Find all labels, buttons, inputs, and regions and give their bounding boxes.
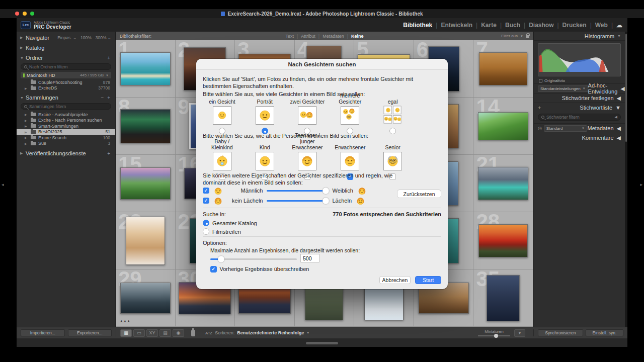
panel-metadaten[interactable]: ◎ Standard ▼ Metadaten ◀: [534, 123, 625, 133]
slider-knob[interactable]: [494, 334, 498, 338]
scrollbar-handle[interactable]: [625, 34, 627, 142]
minimize-window-button[interactable]: [23, 12, 27, 16]
photo-thumbnail[interactable]: [120, 283, 171, 314]
cancel-button[interactable]: Abbrechen: [379, 276, 411, 284]
painter-spray-icon[interactable]: [191, 330, 195, 336]
sync-settings-button[interactable]: Einstell. syn.: [586, 329, 623, 336]
zoom-window-button[interactable]: [30, 12, 34, 16]
module-web[interactable]: Web: [595, 22, 608, 29]
filter-tab-attribut[interactable]: Attribut: [301, 34, 315, 39]
scope-option[interactable]: Filmstreifen: [203, 227, 257, 236]
photo-thumbnail[interactable]: [478, 167, 528, 200]
add-folder-button[interactable]: +: [107, 55, 111, 61]
collection-row[interactable]: ▶BestOf202551: [17, 129, 115, 135]
panel-ordner[interactable]: ▼ Ordner +: [17, 53, 115, 63]
toolbar-options-dropdown[interactable]: ▼: [514, 329, 525, 337]
checkbox[interactable]: ✓: [203, 198, 209, 204]
slider-knob[interactable]: [323, 198, 329, 204]
zoom-level-2[interactable]: 300% ⌄: [96, 35, 111, 40]
metadata-switch-icon[interactable]: ◎: [538, 126, 542, 131]
right-panel-collapse-arrow[interactable]: ▸: [640, 182, 642, 187]
max-results-slider[interactable]: [210, 256, 297, 262]
sort-order-dropdown[interactable]: Benutzerdefinierte Reihenfolge: [237, 330, 304, 335]
panel-histogramm[interactable]: Histogramm ▼: [534, 32, 625, 41]
slider-knob[interactable]: [323, 188, 329, 194]
filter-tab-metadaten[interactable]: Metadaten: [323, 34, 344, 39]
panel-stichwoerter-festlegen[interactable]: Stichwörter festlegen ◀: [534, 93, 625, 103]
face-count-option[interactable]: egal: [371, 98, 414, 134]
face-count-option[interactable]: ein Gesicht: [201, 98, 244, 134]
sync-button[interactable]: Synchronisieren: [538, 329, 583, 336]
photo-thumbnail[interactable]: [479, 52, 527, 85]
compare-view-icon[interactable]: XY: [146, 329, 158, 337]
overwrite-checkbox-row[interactable]: ✓ Vorherige Ergebnisse überschreiben: [210, 266, 309, 273]
collection-actions[interactable]: − +: [101, 95, 111, 101]
photo-thumbnail[interactable]: [478, 112, 528, 140]
module-entwickeln[interactable]: Entwickeln: [441, 22, 472, 29]
trait-slider[interactable]: [267, 188, 329, 194]
checkbox[interactable]: ✓: [203, 188, 209, 194]
keyword-filter-input[interactable]: Stichwörter filtern ◀: [538, 114, 621, 121]
sort-direction-icon[interactable]: A↕Z: [205, 331, 212, 335]
folder-row[interactable]: CouplePhotoShooting879: [17, 79, 115, 85]
panel-adhoc-entwicklung[interactable]: Standardeinstellungen ▼ Ad-hoc-Entwicklu…: [534, 83, 625, 93]
radio-button[interactable]: [203, 228, 209, 235]
filter-tab-keine[interactable]: Keine: [351, 34, 364, 39]
module-bibliothek[interactable]: Bibliothek: [403, 22, 432, 29]
volume-row[interactable]: Macintosh HD 445 / 995 GB ▼: [21, 72, 111, 78]
export-button[interactable]: Exportieren...: [68, 329, 112, 336]
face-count-option[interactable]: Porträt: [244, 98, 286, 134]
radio-button[interactable]: [389, 128, 396, 134]
panel-navigator[interactable]: ▶ Navigator Einpas. ⌄100%300% ⌄: [17, 33, 115, 43]
collection-row[interactable]: ▶Excire - Auswahlprojekte: [17, 112, 115, 118]
reset-button[interactable]: Zurücksetzen: [397, 190, 441, 198]
module-drucken[interactable]: Drucken: [562, 22, 587, 29]
photo-thumbnail[interactable]: [126, 217, 165, 265]
photo-thumbnail[interactable]: [120, 167, 171, 200]
filter-preset-dropdown[interactable]: Filter aus ▼: [501, 34, 529, 38]
right-panel-scrollbar[interactable]: [625, 32, 627, 327]
photo-thumbnail[interactable]: [120, 109, 171, 143]
navigator-zoom-levels[interactable]: Einpas. ⌄100%300% ⌄: [57, 35, 111, 40]
photo-thumbnail[interactable]: [487, 275, 520, 321]
thumbnail-size-slider[interactable]: [478, 335, 510, 336]
scope-option[interactable]: Gesamter Katalog: [203, 219, 257, 227]
collection-row[interactable]: ▶Sue3: [17, 141, 115, 147]
loupe-view-icon[interactable]: ▭: [133, 329, 145, 337]
panel-katalog[interactable]: ▶ Katalog: [17, 43, 115, 53]
collection-row[interactable]: ▶Excire Search100: [17, 135, 115, 141]
cloud-sync-icon[interactable]: ☁: [616, 22, 622, 29]
face-count-option[interactable]: mehrere Gesichter: [329, 98, 371, 134]
folder-filter-input[interactable]: Nach Ordnern filtern: [21, 63, 111, 70]
histogram[interactable]: [538, 43, 621, 76]
module-karte[interactable]: Karte: [481, 22, 497, 29]
star-rating[interactable]: ★★★: [120, 319, 131, 323]
max-results-input[interactable]: [300, 254, 319, 262]
filmstrip-collapsed[interactable]: [17, 338, 627, 347]
survey-view-icon[interactable]: ▤: [159, 329, 171, 337]
trait-slider[interactable]: [267, 198, 329, 204]
folder-row[interactable]: ▶ExcireDS37700: [17, 85, 115, 92]
add-publish-service-button[interactable]: +: [107, 151, 111, 156]
panel-veroeffentlichungsdienste[interactable]: ▶ Veröffentlichungsdienste +: [17, 148, 115, 158]
zoom-level-0[interactable]: Einpas. ⌄: [57, 35, 76, 40]
collection-row[interactable]: ▶Excire - Nach Personen suchen: [17, 118, 115, 124]
filter-tab-text[interactable]: Text: [285, 34, 294, 39]
metadata-view-dropdown[interactable]: Standard ▼: [544, 125, 587, 132]
module-buch[interactable]: Buch: [505, 22, 520, 29]
panel-sammlungen[interactable]: ▼ Sammlungen − +: [17, 93, 115, 103]
module-diashow[interactable]: Diashow: [529, 22, 553, 29]
adhoc-preset-dropdown[interactable]: Standardeinstellungen ▼: [538, 85, 588, 92]
face-count-option[interactable]: zwei Gesichter: [286, 98, 329, 134]
filmstrip-scrollbar-handle[interactable]: [306, 342, 338, 344]
photo-thumbnail[interactable]: [478, 224, 528, 257]
collection-filter-input[interactable]: Sammlungen filtern: [21, 103, 111, 110]
panel-kommentare[interactable]: Kommentare ◀: [534, 133, 625, 142]
overwrite-checkbox[interactable]: ✓: [210, 266, 217, 273]
radio-button[interactable]: [203, 220, 209, 226]
collection-row[interactable]: ▶Smart-Sammlungen: [17, 123, 115, 129]
zoom-level-1[interactable]: 100%: [80, 35, 92, 40]
people-view-icon[interactable]: ◉: [173, 329, 184, 337]
close-window-button[interactable]: [15, 12, 19, 16]
import-button[interactable]: Importieren...: [21, 329, 65, 336]
